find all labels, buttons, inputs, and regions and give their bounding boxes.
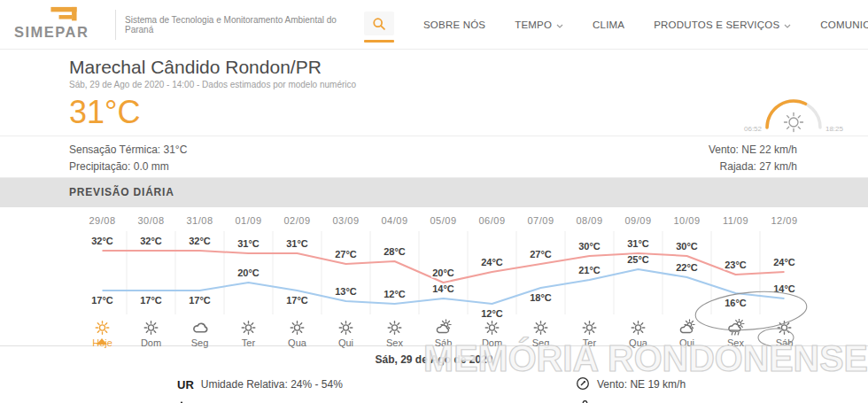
sun-arc-widget: 06:52 18:25 bbox=[739, 89, 849, 135]
nav-item-label: PRODUTOS E SERVIÇOS bbox=[654, 19, 779, 30]
forecast-day-column[interactable]: Dom bbox=[468, 319, 516, 348]
summary-gust-row: Rajada: 28 km/h bbox=[576, 399, 686, 403]
temp-label: 22°C bbox=[676, 262, 698, 273]
forecast-dates-row: 29/0830/0831/0801/0902/0903/0904/0905/09… bbox=[78, 207, 868, 229]
temp-label: 13°C bbox=[335, 286, 357, 297]
temp-label: 17°C bbox=[189, 295, 211, 306]
selected-day-indicator bbox=[97, 338, 107, 345]
sunset-time: 18:25 bbox=[825, 125, 843, 133]
simepar-logo[interactable]: SIMEPAR bbox=[12, 6, 106, 43]
summary-left-column: UR Umidade Relativa: 24% - 54% Precipita… bbox=[177, 376, 348, 403]
nav-item-tempo[interactable]: TEMPO bbox=[515, 19, 563, 30]
forecast-day-column[interactable]: Qui bbox=[322, 319, 370, 348]
summary-right-column: Vento: NE 19 km/h Rajada: 28 km/h bbox=[576, 376, 686, 403]
daily-forecast-section-header: PREVISÃO DIÁRIA bbox=[0, 178, 868, 207]
nav-item-produtos-e-servicos[interactable]: PRODUTOS E SERVIÇOS bbox=[654, 19, 791, 30]
temp-label: 16°C bbox=[725, 298, 747, 308]
daily-forecast-chart: 29/0830/0831/0801/0902/0903/0904/0905/09… bbox=[0, 207, 868, 346]
forecast-day-column[interactable]: Sex bbox=[711, 319, 760, 348]
sun-icon bbox=[239, 319, 258, 337]
forecast-date: 12/09 bbox=[760, 215, 809, 226]
search-button[interactable] bbox=[364, 12, 394, 43]
sun-icon bbox=[775, 319, 794, 337]
forecast-day-column[interactable]: Qua bbox=[614, 319, 663, 348]
temp-label: 24°C bbox=[773, 257, 795, 267]
sun-icon bbox=[142, 319, 160, 337]
temp-label: 12°C bbox=[384, 289, 406, 299]
nav-item-sobre-nos[interactable]: SOBRE NÓS bbox=[423, 19, 485, 30]
city-title: Marechal Cândido Rondon/PR bbox=[69, 57, 868, 78]
sun-icon bbox=[93, 319, 112, 337]
details-right: Vento: NE 22 km/h Rajada: 27 km/h bbox=[709, 142, 797, 175]
feels-like-row: Sensação Térmica: 31°C bbox=[69, 142, 187, 159]
temp-label: 32°C bbox=[91, 236, 113, 246]
sun-icon bbox=[288, 319, 306, 337]
forecast-date: 09/09 bbox=[614, 215, 663, 226]
forecast-day-column[interactable]: Seg bbox=[175, 319, 224, 348]
wind-row: Vento: NE 22 km/h bbox=[709, 142, 797, 159]
temperature-chart: 32°C32°C32°C31°C31°C27°C28°C20°C24°C27°C… bbox=[78, 229, 809, 317]
temp-label: 17°C bbox=[91, 295, 113, 306]
sun-icon bbox=[785, 113, 803, 132]
nav-item-clima[interactable]: CLIMA bbox=[593, 19, 624, 30]
humidity-row: UR Umidade Relativa: 24% - 54% bbox=[177, 376, 348, 393]
forecast-date: 04/09 bbox=[370, 215, 419, 226]
search-underline bbox=[364, 40, 394, 43]
forecast-day-column[interactable]: Ter bbox=[224, 319, 273, 348]
summary-date: Sáb, 29 de Ago de 2020 bbox=[0, 346, 868, 366]
sun-icon bbox=[483, 319, 501, 337]
forecast-day-column[interactable]: Sáb bbox=[760, 319, 809, 348]
forecast-date: 01/09 bbox=[224, 215, 273, 226]
compass-icon bbox=[576, 376, 590, 393]
summary-wind-row: Vento: NE 19 km/h bbox=[576, 376, 686, 393]
site-tagline: Sistema de Tecnologia e Monitoramento Am… bbox=[125, 15, 364, 35]
chevron-down-icon bbox=[784, 19, 791, 30]
simepar-logo-icon bbox=[44, 6, 83, 24]
temp-label: 31°C bbox=[286, 238, 308, 249]
temp-label: 17°C bbox=[286, 295, 308, 306]
temp-label: 31°C bbox=[627, 238, 649, 249]
forecast-date: 10/09 bbox=[663, 215, 711, 226]
forecast-day-column[interactable]: Qui bbox=[663, 319, 711, 348]
forecast-day-column[interactable]: Qua bbox=[273, 319, 322, 348]
nav-item-comunicacao[interactable]: COMUNICAÇÃO bbox=[820, 19, 868, 30]
forecast-date: 03/09 bbox=[322, 215, 370, 226]
temp-label: 31°C bbox=[237, 238, 260, 249]
cloud-icon bbox=[190, 319, 209, 337]
temp-label: 17°C bbox=[140, 295, 162, 306]
temp-label: 32°C bbox=[140, 236, 162, 246]
accumulated-precipitation-row: Precipitação Acumulada: 0.0 mm bbox=[177, 399, 348, 403]
temp-label: 28°C bbox=[384, 246, 406, 257]
temp-label: 27°C bbox=[530, 249, 552, 260]
forecast-day-column[interactable]: Sex bbox=[370, 319, 419, 348]
nav-item-label: CLIMA bbox=[593, 19, 624, 30]
forecast-day-column[interactable]: Sáb bbox=[419, 319, 468, 348]
current-conditions: Marechal Cândido Rondon/PR Sáb, 29 de Ag… bbox=[0, 57, 868, 136]
header-divider bbox=[115, 10, 116, 40]
forecast-date: 06/09 bbox=[468, 215, 516, 226]
forecast-date: 07/09 bbox=[516, 215, 565, 226]
nav-item-label: COMUNICAÇÃO bbox=[820, 19, 868, 30]
precipitation-row: Precipitação: 0.0 mm bbox=[69, 159, 187, 175]
humidity-ur-label: UR bbox=[177, 378, 194, 391]
search-icon[interactable] bbox=[364, 12, 394, 35]
forecast-date: 11/09 bbox=[711, 215, 760, 226]
temp-label: 32°C bbox=[189, 236, 211, 246]
sunrise-time: 06:52 bbox=[744, 125, 762, 133]
logo-text: SIMEPAR bbox=[14, 24, 89, 41]
temp-label: 20°C bbox=[432, 267, 454, 278]
sun-icon bbox=[337, 319, 355, 337]
current-details: Sensação Térmica: 31°C Precipitação: 0.0… bbox=[0, 136, 868, 178]
temp-label: 25°C bbox=[627, 254, 649, 265]
forecast-day-column[interactable]: Ter bbox=[565, 319, 614, 348]
day-summary: Sáb, 29 de Ago de 2020 UR Umidade Relati… bbox=[0, 346, 868, 403]
gust-row: Rajada: 27 km/h bbox=[709, 159, 797, 175]
temp-label: 18°C bbox=[530, 292, 552, 303]
forecast-day-column[interactable]: Seg bbox=[516, 319, 565, 348]
forecast-date: 08/09 bbox=[565, 215, 614, 226]
forecast-day-column[interactable]: Dom bbox=[127, 319, 175, 348]
sun-icon bbox=[385, 319, 404, 337]
forecast-date: 05/09 bbox=[419, 215, 468, 226]
wind-gust-icon bbox=[576, 400, 592, 403]
forecast-date: 02/09 bbox=[273, 215, 322, 226]
